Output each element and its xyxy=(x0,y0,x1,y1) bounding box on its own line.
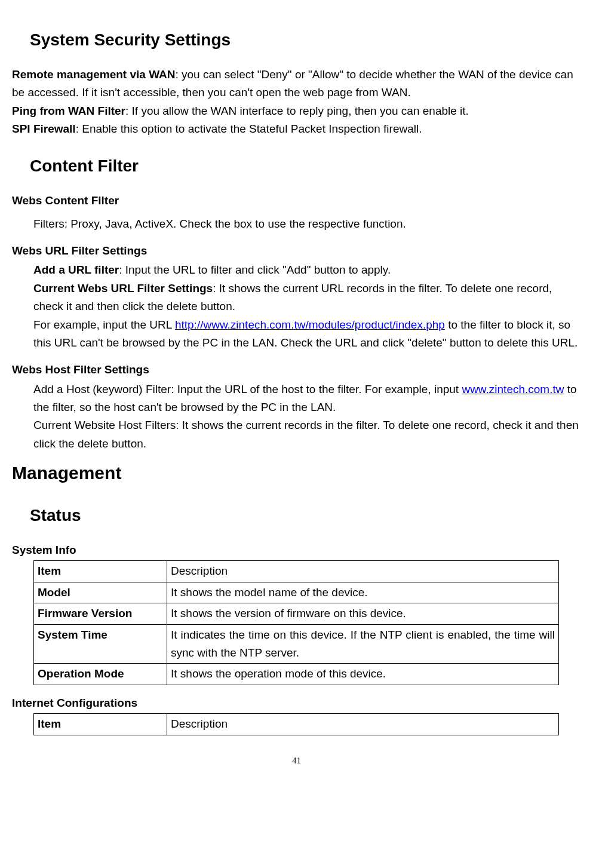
text-spi: : Enable this option to activate the Sta… xyxy=(76,122,422,135)
para-url-example: For example, input the URL http://www.zi… xyxy=(33,316,581,352)
cell-item-header2: Item xyxy=(34,714,167,735)
heading-webs-host-filter: Webs Host Filter Settings xyxy=(12,361,581,379)
text-add-url: : Input the URL to filter and click "Add… xyxy=(119,263,391,276)
para-add-url: Add a URL filter: Input the URL to filte… xyxy=(33,261,581,279)
cell-systime-desc: It indicates the time on this device. If… xyxy=(167,624,559,664)
cell-opmode-desc: It shows the operation mode of this devi… xyxy=(167,664,559,685)
text-wcf: Filters: Proxy, Java, ActiveX. Check the… xyxy=(33,215,581,233)
link-host-example[interactable]: www.zintech.com.tw xyxy=(462,383,564,395)
table-system-info: Item Description Model It shows the mode… xyxy=(33,560,559,685)
table-row: Operation Mode It shows the operation mo… xyxy=(34,664,559,685)
cell-model-label: Model xyxy=(34,582,167,603)
heading-status: Status xyxy=(30,502,581,529)
cell-desc-header2: Description xyxy=(167,714,559,735)
cell-opmode-label: Operation Mode xyxy=(34,664,167,685)
label-remote-wan: Remote management via WAN xyxy=(12,68,175,81)
heading-management: Management xyxy=(12,459,581,487)
para-current-url: Current Webs URL Filter Settings: It sho… xyxy=(33,280,581,316)
table-row: System Time It indicates the time on thi… xyxy=(34,624,559,664)
text-url-ex-a: For example, input the URL xyxy=(33,318,175,331)
text-current-host: Current Website Host Filters: It shows t… xyxy=(33,416,581,453)
text-ping-wan: : If you allow the WAN interface to repl… xyxy=(125,105,469,117)
label-spi: SPI Firewall xyxy=(12,122,76,135)
page-number: 41 xyxy=(12,753,581,768)
table-row: Item Description xyxy=(34,561,559,582)
heading-system-info: System Info xyxy=(12,541,581,559)
table-row: Firmware Version It shows the version of… xyxy=(34,603,559,624)
table-row: Model It shows the model name of the dev… xyxy=(34,582,559,603)
heading-system-security: System Security Settings xyxy=(30,27,581,54)
label-add-url: Add a URL filter xyxy=(33,263,119,276)
heading-webs-url-filter: Webs URL Filter Settings xyxy=(12,242,581,260)
cell-firmware-label: Firmware Version xyxy=(34,603,167,624)
text-add-host-a: Add a Host (keyword) Filter: Input the U… xyxy=(33,383,462,395)
heading-internet-config: Internet Configurations xyxy=(12,694,581,712)
cell-item-header: Item xyxy=(34,561,167,582)
table-internet-config: Item Description xyxy=(33,713,559,735)
link-url-example[interactable]: http://www.zintech.com.tw/modules/produc… xyxy=(175,318,445,331)
label-current-url: Current Webs URL Filter Settings xyxy=(33,282,213,295)
para-remote-wan: Remote management via WAN: you can selec… xyxy=(12,66,581,139)
cell-firmware-desc: It shows the version of firmware on this… xyxy=(167,603,559,624)
table-row: Item Description xyxy=(34,714,559,735)
heading-content-filter: Content Filter xyxy=(30,153,581,180)
heading-webs-content-filter: Webs Content Filter xyxy=(12,192,581,210)
label-ping-wan: Ping from WAN Filter xyxy=(12,105,125,117)
cell-model-desc: It shows the model name of the device. xyxy=(167,582,559,603)
cell-systime-label: System Time xyxy=(34,624,167,664)
para-add-host: Add a Host (keyword) Filter: Input the U… xyxy=(33,381,581,417)
cell-desc-header: Description xyxy=(167,561,559,582)
